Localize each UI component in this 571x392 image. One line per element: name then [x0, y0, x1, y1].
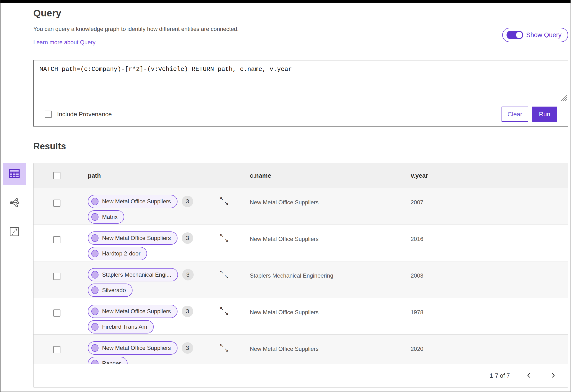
graph-view-icon: [9, 197, 19, 209]
toggle-knob: [515, 31, 523, 39]
node-dot-icon: [91, 286, 99, 294]
path-node-pill[interactable]: Staplers Mechanical Engi...: [88, 268, 178, 281]
expand-path-icon[interactable]: ↖↘: [220, 306, 230, 317]
c-name-cell: New Metal Office Suppliers: [241, 188, 402, 226]
expand-path-icon[interactable]: ↖↘: [220, 269, 230, 280]
c-name-cell: New Metal Office Suppliers: [241, 225, 402, 262]
path-cell: Staplers Mechanical Engi... 3 Silverado …: [80, 261, 241, 299]
results-table: path c.name v.year New Metal Office Supp…: [33, 163, 568, 388]
row-checkbox[interactable]: [53, 273, 60, 280]
path-node-pill[interactable]: Firebird Trans Am: [88, 320, 154, 334]
v-year-cell: 1978: [402, 298, 568, 336]
row-checkbox[interactable]: [53, 236, 60, 243]
table-view-icon: [9, 169, 20, 179]
view-switcher: [3, 163, 26, 243]
path-node-pill[interactable]: New Metal Office Suppliers: [88, 195, 177, 208]
expand-path-icon[interactable]: ↖↘: [220, 343, 230, 354]
node-dot-icon: [91, 308, 99, 315]
c-name-cell: New Metal Office Suppliers: [241, 298, 402, 336]
path-node-pill[interactable]: New Metal Office Suppliers: [88, 231, 177, 245]
node-dot-icon: [91, 323, 99, 331]
path-cell: New Metal Office Suppliers 3 Ranger ↖↘: [80, 335, 241, 364]
path-count-badge: 3: [182, 269, 194, 280]
table-view-button[interactable]: [3, 163, 26, 185]
show-query-label: Show Query: [526, 31, 561, 39]
path-node-pill[interactable]: Hardtop 2-door: [88, 247, 147, 260]
path-count-badge: 3: [182, 306, 193, 317]
route-view-icon: [9, 227, 19, 238]
v-year-cell: 2003: [402, 261, 568, 299]
column-header-c-name: c.name: [241, 163, 402, 188]
path-node-pill[interactable]: New Metal Office Suppliers: [88, 305, 177, 318]
row-checkbox[interactable]: [53, 346, 60, 353]
table-row: New Metal Office Suppliers 3 Firebird Tr…: [34, 298, 568, 335]
path-cell: New Metal Office Suppliers 3 Firebird Tr…: [80, 298, 241, 336]
graph-view-button[interactable]: [3, 192, 26, 214]
path-node-pill[interactable]: Silverado: [88, 283, 132, 297]
header-checkbox-cell: [34, 163, 80, 188]
page-header: Query You can query a knowledge graph to…: [33, 3, 568, 46]
column-header-path: path: [80, 163, 241, 188]
query-footer: Include Provenance Clear Run: [34, 102, 568, 126]
v-year-cell: 2007: [402, 188, 568, 226]
node-dot-icon: [91, 213, 99, 221]
v-year-cell: 2016: [402, 225, 568, 262]
path-count-badge: 3: [182, 232, 193, 244]
query-text[interactable]: MATCH path=(c:Company)-[r*2]-(v:Vehicle)…: [40, 66, 562, 73]
next-page-button[interactable]: [548, 371, 558, 381]
path-node-pill[interactable]: New Metal Office Suppliers: [88, 341, 177, 355]
c-name-cell: New Metal Office Suppliers: [241, 335, 402, 364]
table-row: Staplers Mechanical Engi... 3 Silverado …: [34, 261, 568, 298]
results-section: path c.name v.year New Metal Office Supp…: [33, 163, 568, 392]
path-count-badge: 3: [182, 196, 193, 207]
chevron-left-icon: [526, 372, 532, 379]
page-title: Query: [33, 8, 568, 19]
page-description: You can query a knowledge graph to ident…: [33, 26, 568, 32]
node-dot-icon: [91, 271, 99, 279]
include-provenance-label: Include Provenance: [57, 111, 112, 118]
select-all-checkbox[interactable]: [53, 172, 60, 179]
table-header-row: path c.name v.year: [34, 163, 568, 188]
expand-path-icon[interactable]: ↖↘: [220, 233, 230, 244]
resize-handle-icon[interactable]: [561, 95, 567, 101]
node-dot-icon: [91, 250, 99, 257]
query-input[interactable]: MATCH path=(c:Company)-[r*2]-(v:Vehicle)…: [34, 60, 568, 102]
node-dot-icon: [91, 344, 99, 352]
v-year-cell: 2020: [402, 335, 568, 364]
node-dot-icon: [91, 360, 99, 364]
row-checkbox[interactable]: [53, 200, 60, 207]
learn-more-link[interactable]: Learn more about Query: [33, 39, 95, 46]
route-view-button[interactable]: [3, 221, 26, 243]
expand-path-icon[interactable]: ↖↘: [220, 196, 230, 207]
clear-button[interactable]: Clear: [501, 107, 528, 122]
path-cell: New Metal Office Suppliers 3 Matrix ↖↘: [80, 188, 241, 226]
c-name-cell: Staplers Mechanical Engineering: [241, 261, 402, 299]
node-dot-icon: [91, 234, 99, 242]
path-node-pill[interactable]: Matrix: [88, 210, 124, 224]
include-provenance-option[interactable]: Include Provenance: [45, 111, 112, 118]
show-query-toggle-button[interactable]: Show Query: [502, 28, 568, 42]
column-header-v-year: v.year: [402, 163, 568, 188]
window-top-edge: [0, 0, 571, 3]
toggle-on-icon[interactable]: [507, 31, 523, 39]
path-count-badge: 3: [182, 342, 193, 354]
row-checkbox[interactable]: [53, 309, 60, 317]
run-button[interactable]: Run: [532, 107, 557, 122]
table-row: New Metal Office Suppliers 3 Ranger ↖↘ N…: [34, 335, 568, 364]
table-row: New Metal Office Suppliers 3 Matrix ↖↘ N…: [34, 188, 568, 225]
query-editor-panel: MATCH path=(c:Company)-[r*2]-(v:Vehicle)…: [33, 60, 568, 126]
include-provenance-checkbox[interactable]: [45, 111, 52, 118]
query-actions: Clear Run: [501, 107, 557, 122]
chevron-right-icon: [550, 372, 556, 379]
node-dot-icon: [91, 198, 99, 205]
query-page: Query You can query a knowledge graph to…: [0, 0, 571, 392]
pagination-range-label: 1-7 of 7: [490, 372, 510, 379]
table-row: New Metal Office Suppliers 3 Hardtop 2-d…: [34, 225, 568, 261]
table-pagination: 1-7 of 7: [34, 364, 568, 388]
path-cell: New Metal Office Suppliers 3 Hardtop 2-d…: [80, 225, 241, 262]
path-node-pill[interactable]: Ranger: [88, 357, 128, 364]
previous-page-button[interactable]: [524, 371, 534, 381]
results-title: Results: [33, 141, 568, 152]
